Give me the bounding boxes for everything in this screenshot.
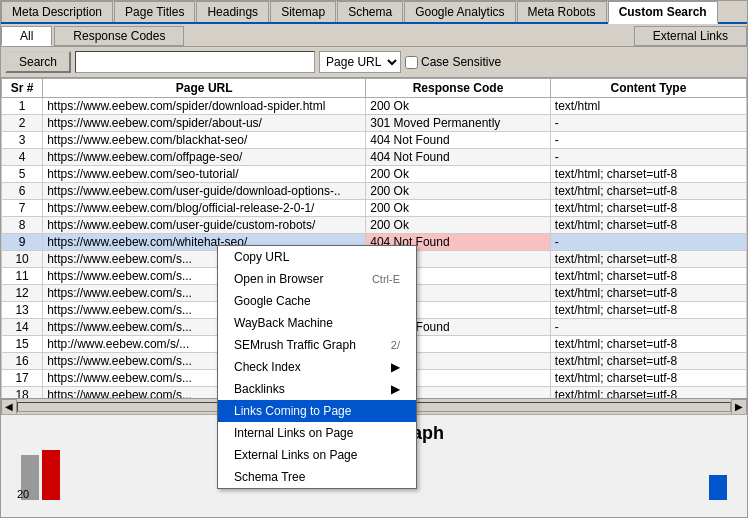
cell-content: text/html; charset=utf-8 [550, 217, 746, 234]
cell-url: https://www.eebew.com/spider/about-us/ [43, 115, 366, 132]
cell-url: https://www.eebew.com/user-guide/custom-… [43, 217, 366, 234]
cell-content: text/html; charset=utf-8 [550, 183, 746, 200]
col-header-content: Content Type [550, 79, 746, 98]
menu-item-links-coming[interactable]: Links Coming to Page [218, 400, 416, 422]
menu-label-backlinks: Backlinks [234, 382, 285, 396]
tab-meta-description[interactable]: Meta Description [1, 1, 113, 22]
table-row[interactable]: 5https://www.eebew.com/seo-tutorial/200 … [2, 166, 747, 183]
cell-response: 200 Ok [366, 183, 551, 200]
menu-label-google-cache: Google Cache [234, 294, 311, 308]
tabs-row: Meta Description Page Titles Headings Si… [1, 1, 747, 24]
cell-content: - [550, 149, 746, 166]
cell-content: - [550, 319, 746, 336]
scroll-left-arrow[interactable]: ◀ [1, 399, 17, 415]
cell-content: text/html; charset=utf-8 [550, 387, 746, 399]
cell-sr: 8 [2, 217, 43, 234]
tab-schema[interactable]: Schema [337, 1, 403, 22]
row-20-label: 20 [17, 488, 29, 500]
cell-content: text/html; charset=utf-8 [550, 166, 746, 183]
toolbar: Search Page URL Case Sensitive [1, 47, 747, 78]
bar-red [42, 450, 60, 500]
menu-item-backlinks[interactable]: Backlinks ▶ [218, 378, 416, 400]
cell-sr: 15 [2, 336, 43, 353]
cell-content: text/html; charset=utf-8 [550, 336, 746, 353]
menu-label-semrush: SEMrush Traffic Graph [234, 338, 356, 352]
tab-google-analytics[interactable]: Google Analytics [404, 1, 515, 22]
cell-content: text/html; charset=utf-8 [550, 302, 746, 319]
search-button[interactable]: Search [5, 51, 71, 73]
col-header-sr: Sr # [2, 79, 43, 98]
cell-content: text/html; charset=utf-8 [550, 200, 746, 217]
cell-sr: 14 [2, 319, 43, 336]
table-row[interactable]: 8https://www.eebew.com/user-guide/custom… [2, 217, 747, 234]
tab-page-titles[interactable]: Page Titles [114, 1, 195, 22]
cell-response: 404 Not Found [366, 149, 551, 166]
menu-label-open-browser: Open in Browser [234, 272, 323, 286]
tab-meta-robots[interactable]: Meta Robots [517, 1, 607, 22]
cell-sr: 7 [2, 200, 43, 217]
url-type-select[interactable]: Page URL [319, 51, 401, 73]
cell-content: text/html [550, 98, 746, 115]
cell-sr: 3 [2, 132, 43, 149]
menu-label-schema-tree: Schema Tree [234, 470, 305, 484]
cell-sr: 5 [2, 166, 43, 183]
cell-sr: 4 [2, 149, 43, 166]
menu-item-copy-url[interactable]: Copy URL [218, 246, 416, 268]
cell-content: text/html; charset=utf-8 [550, 268, 746, 285]
menu-item-open-browser[interactable]: Open in Browser Ctrl-E [218, 268, 416, 290]
menu-item-schema-tree[interactable]: Schema Tree [218, 466, 416, 488]
cell-sr: 6 [2, 183, 43, 200]
menu-item-external-links[interactable]: External Links on Page [218, 444, 416, 466]
menu-item-wayback[interactable]: WayBack Machine [218, 312, 416, 334]
case-sensitive-checkbox[interactable] [405, 56, 418, 69]
menu-label-external-links: External Links on Page [234, 448, 357, 462]
cell-url: https://www.eebew.com/offpage-seo/ [43, 149, 366, 166]
cell-sr: 13 [2, 302, 43, 319]
cell-content: text/html; charset=utf-8 [550, 370, 746, 387]
tab-custom-search[interactable]: Custom Search [608, 1, 718, 24]
table-row[interactable]: 1https://www.eebew.com/spider/download-s… [2, 98, 747, 115]
scroll-right-arrow[interactable]: ▶ [731, 399, 747, 415]
cell-content: - [550, 132, 746, 149]
cell-sr: 1 [2, 98, 43, 115]
table-row[interactable]: 2https://www.eebew.com/spider/about-us/3… [2, 115, 747, 132]
menu-label-check-index: Check Index [234, 360, 301, 374]
table-row[interactable]: 7https://www.eebew.com/blog/official-rel… [2, 200, 747, 217]
cell-url: https://www.eebew.com/user-guide/downloa… [43, 183, 366, 200]
table-row[interactable]: 6https://www.eebew.com/user-guide/downlo… [2, 183, 747, 200]
sub-tabs-row: All Response Codes External Links [1, 24, 747, 47]
menu-item-internal-links[interactable]: Internal Links on Page [218, 422, 416, 444]
cell-sr: 12 [2, 285, 43, 302]
cell-response: 404 Not Found [366, 132, 551, 149]
cell-content: text/html; charset=utf-8 [550, 251, 746, 268]
menu-item-google-cache[interactable]: Google Cache [218, 290, 416, 312]
cell-url: https://www.eebew.com/blackhat-seo/ [43, 132, 366, 149]
sub-tab-response-codes[interactable]: Response Codes [54, 26, 184, 46]
cell-url: https://www.eebew.com/seo-tutorial/ [43, 166, 366, 183]
menu-item-semrush[interactable]: SEMrush Traffic Graph 2/ [218, 334, 416, 356]
sub-tab-external-links[interactable]: External Links [634, 26, 747, 46]
case-sensitive-label: Case Sensitive [421, 55, 501, 69]
cell-response: 200 Ok [366, 200, 551, 217]
cell-response: 200 Ok [366, 217, 551, 234]
cell-url: https://www.eebew.com/blog/official-rele… [43, 200, 366, 217]
menu-item-check-index[interactable]: Check Index ▶ [218, 356, 416, 378]
cell-sr: 10 [2, 251, 43, 268]
menu-shortcut-semrush: 2/ [391, 339, 400, 351]
case-sensitive-container: Case Sensitive [405, 55, 501, 69]
cell-sr: 9 [2, 234, 43, 251]
check-index-arrow-icon: ▶ [391, 360, 400, 374]
table-row[interactable]: 3https://www.eebew.com/blackhat-seo/404 … [2, 132, 747, 149]
tab-sitemap[interactable]: Sitemap [270, 1, 336, 22]
table-row[interactable]: 4https://www.eebew.com/offpage-seo/404 N… [2, 149, 747, 166]
cell-content: - [550, 115, 746, 132]
menu-shortcut-open-browser: Ctrl-E [372, 273, 400, 285]
sub-tab-all[interactable]: All [1, 26, 52, 46]
cell-sr: 2 [2, 115, 43, 132]
cell-sr: 18 [2, 387, 43, 399]
search-input[interactable] [75, 51, 315, 73]
menu-label-links-coming: Links Coming to Page [234, 404, 351, 418]
cell-content: text/html; charset=utf-8 [550, 285, 746, 302]
col-header-url: Page URL [43, 79, 366, 98]
tab-headings[interactable]: Headings [196, 1, 269, 22]
